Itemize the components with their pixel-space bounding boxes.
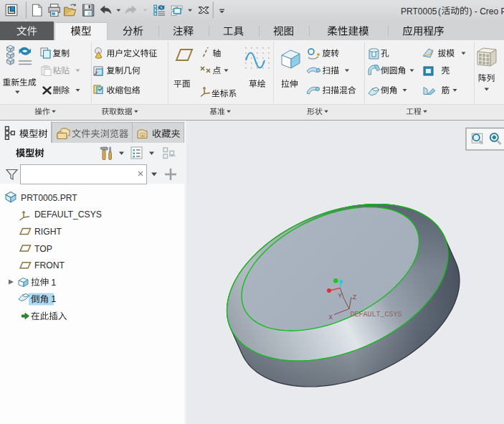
svg-text:DEFAULT_CSYS: DEFAULT_CSYS [351, 311, 402, 319]
svg-text:X: X [329, 314, 333, 321]
svg-text:(: ( [438, 6, 441, 17]
svg-text:RIGHT: RIGHT [34, 227, 62, 237]
svg-text:Y: Y [338, 293, 343, 300]
svg-text:PRT0005: PRT0005 [401, 6, 437, 17]
svg-text:) - Creo Parametric: ) - Creo Parametric [470, 6, 504, 17]
svg-text:1: 1 [51, 294, 56, 304]
svg-text:Z: Z [353, 294, 357, 301]
svg-text:TOP: TOP [34, 244, 52, 254]
svg-text:DEFAULT_CSYS: DEFAULT_CSYS [34, 209, 102, 220]
svg-text:1: 1 [51, 278, 56, 288]
svg-text:FRONT: FRONT [34, 260, 65, 270]
svg-text:PRT0005.PRT: PRT0005.PRT [21, 193, 77, 203]
